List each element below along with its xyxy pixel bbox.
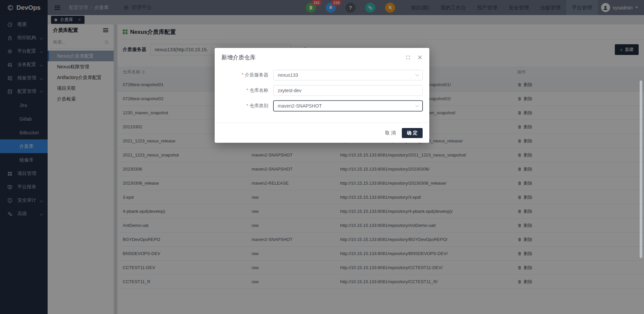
confirm-button[interactable]: 确 定 [402,128,423,138]
input-仓库名称[interactable]: zxytest-dev [273,85,423,96]
form-field: *介质服务器 nexus133 [215,70,429,80]
close-icon[interactable]: ✕ [417,54,423,61]
required-asterisk: * [247,87,248,93]
form-field: *仓库类别 maven2-SNAPSHOT [215,101,429,111]
select-介质服务器[interactable]: nexus133 [273,70,423,80]
dialog-title: 新增介质仓库 [221,54,406,61]
form-field: *仓库名称 zxytest-dev [215,85,429,96]
cancel-button[interactable]: 取 消 [385,130,396,136]
required-asterisk: * [242,72,244,77]
fullscreen-icon[interactable] [406,55,411,60]
chevron-down-icon [415,72,419,76]
create-repository-dialog: 新增介质仓库 ✕ *介质服务器 nexus133 *仓库名称 zxytest-d… [215,48,429,143]
chevron-down-icon [415,103,419,107]
required-asterisk: * [247,103,248,108]
dialog-form: *介质服务器 nexus133 *仓库名称 zxytest-dev *仓库类别 … [215,61,429,111]
page-scrollbar-thumb[interactable] [640,80,642,258]
select-仓库类别[interactable]: maven2-SNAPSHOT [273,101,423,111]
modal-backdrop[interactable] [0,0,644,314]
